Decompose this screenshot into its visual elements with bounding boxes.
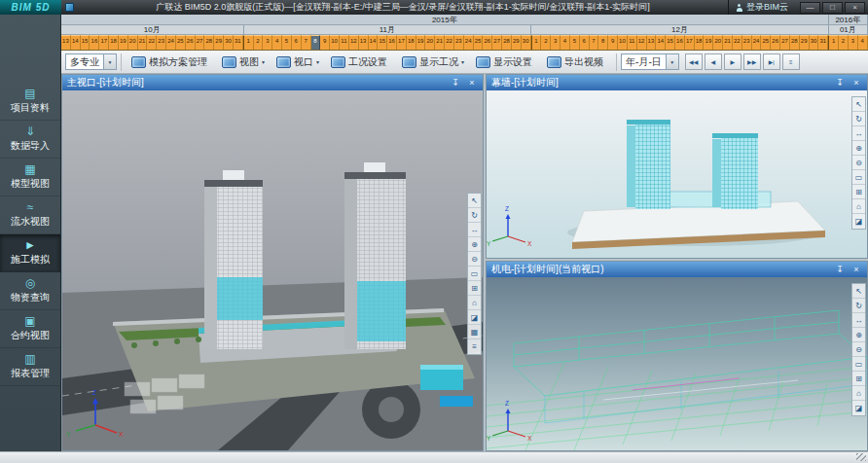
export-video-button[interactable]: 导出视频 <box>541 52 612 72</box>
timeline-day-cell[interactable]: 17 <box>685 35 695 50</box>
timeline-day-cell[interactable]: 31 <box>818 35 828 50</box>
timeline-day-cell[interactable]: 24 <box>464 35 474 50</box>
timeline-day-cell[interactable]: 14 <box>369 35 379 50</box>
simulation-plan-manage-button[interactable]: 模拟方案管理 <box>126 52 216 72</box>
timeline-day-cell[interactable]: 26 <box>483 35 492 50</box>
timeline-day-cell[interactable]: 8 <box>311 35 321 50</box>
timeline-day-cell[interactable]: 1 <box>828 35 839 50</box>
timeline-day-cell[interactable]: 15 <box>666 35 675 50</box>
timeline-day-cell[interactable]: 29 <box>800 35 810 50</box>
sidebar-item-flow-view[interactable]: ≈ 流水视图 <box>0 196 60 234</box>
section-box-tool[interactable]: ◪ <box>852 401 865 415</box>
sidebar-item-construction-simulation[interactable]: ► 施工模拟 <box>0 234 60 272</box>
timeline-day-cell[interactable]: 4 <box>858 35 868 50</box>
timeline-day-cell[interactable]: 6 <box>580 35 590 50</box>
pin-icon[interactable]: ↧ <box>834 265 846 274</box>
timeline-day-cell[interactable]: 2 <box>839 35 849 50</box>
work-condition-settings-button[interactable]: 工况设置 <box>325 52 396 72</box>
timeline-day-cell[interactable]: 18 <box>407 35 416 50</box>
timeline-day-cell[interactable]: 25 <box>176 35 186 50</box>
timeline-day-cell[interactable]: 9 <box>608 35 618 50</box>
timeline-day-cell[interactable]: 24 <box>752 35 762 50</box>
timeline-day-cell[interactable]: 28 <box>502 35 512 50</box>
home-view-tool[interactable]: ⌂ <box>852 386 865 401</box>
timeline-day-cell[interactable]: 7 <box>590 35 599 50</box>
viewport-main-canvas[interactable]: Z X Y ↖↻↔⊕⊖▭⊞⌂◪▦≡ <box>62 90 483 450</box>
timeline-day-cell[interactable]: 26 <box>771 35 780 50</box>
timeline-day-cell[interactable]: 23 <box>454 35 464 50</box>
viewport-main-header[interactable]: 主视口-[计划时间] ↧ × <box>62 75 483 90</box>
close-icon[interactable]: × <box>850 265 862 274</box>
timeline-day-cell[interactable]: 30 <box>522 35 531 50</box>
timeline-day-cell[interactable]: 17 <box>99 35 109 50</box>
sidebar-item-project-info[interactable]: ▤ 项目资料 <box>0 83 60 121</box>
orbit-tool[interactable]: ↻ <box>852 299 865 313</box>
timeline-day-cell[interactable]: 13 <box>61 35 71 50</box>
timeline-day-cell[interactable]: 6 <box>292 35 302 50</box>
timeline-day-cell[interactable]: 16 <box>387 35 397 50</box>
zoom-window-tool[interactable]: ▭ <box>852 170 865 185</box>
timeline-day-cell[interactable]: 18 <box>109 35 119 50</box>
show-work-condition-button[interactable]: 显示工况 ▾ <box>396 52 470 72</box>
timeline-day-cell[interactable]: 19 <box>119 35 128 50</box>
close-icon[interactable]: × <box>466 78 478 88</box>
timeline-day-cell[interactable]: 20 <box>128 35 138 50</box>
play-button[interactable]: ▶ <box>724 53 741 70</box>
sidebar-item-material-query[interactable]: ◎ 物资查询 <box>0 272 60 310</box>
timeline-day-cell[interactable]: 24 <box>166 35 176 50</box>
timeline-day-cell[interactable]: 13 <box>359 35 369 50</box>
timeline-day-cell[interactable]: 8 <box>598 35 608 50</box>
timeline-day-cell[interactable]: 28 <box>204 35 214 50</box>
view-menu-button[interactable]: 视图 ▾ <box>216 52 271 72</box>
timeline-day-cell[interactable]: 17 <box>397 35 407 50</box>
timeline-day-cell[interactable]: 23 <box>742 35 752 50</box>
timeline-day-cell[interactable]: 3 <box>849 35 858 50</box>
zoom-in-tool[interactable]: ⊕ <box>468 237 481 252</box>
sidebar-item-report-manage[interactable]: ▥ 报表管理 <box>0 348 60 386</box>
specialty-select[interactable]: 多专业 ▼ <box>65 53 117 70</box>
timeline-day-cell[interactable]: 5 <box>282 35 292 50</box>
sidebar-item-data-import[interactable]: ⇓ 数据导入 <box>0 121 60 159</box>
timeline-day-cell[interactable]: 27 <box>196 35 205 50</box>
orbit-tool[interactable]: ↻ <box>468 208 481 223</box>
timeline-day-cell[interactable]: 12 <box>637 35 647 50</box>
viewport-menu-button[interactable]: 视口 ▾ <box>271 52 325 72</box>
step-back-button[interactable]: ◀ <box>705 53 722 70</box>
timeline-day-cell[interactable]: 30 <box>810 35 819 50</box>
fit-view-tool[interactable]: ⊞ <box>852 372 865 386</box>
maximize-button[interactable]: □ <box>822 2 843 14</box>
timeline-day-cell[interactable]: 19 <box>416 35 426 50</box>
playback-settings-button[interactable]: ≡ <box>782 53 800 70</box>
timeline-day-cell[interactable]: 27 <box>780 35 790 50</box>
timeline-day-cell[interactable]: 5 <box>570 35 580 50</box>
timeline-day-cell[interactable]: 1 <box>243 35 254 50</box>
timeline-day-cell[interactable]: 16 <box>675 35 685 50</box>
select-tool[interactable]: ↖ <box>852 97 865 112</box>
timeline-day-cell[interactable]: 3 <box>551 35 561 50</box>
zoom-out-tool[interactable]: ⊖ <box>852 342 865 357</box>
timeline-day-cell[interactable]: 26 <box>186 35 196 50</box>
timeline-day-cell[interactable]: 25 <box>761 35 771 50</box>
timeline-day-cell[interactable]: 9 <box>320 35 330 50</box>
pin-icon[interactable]: ↧ <box>450 78 461 88</box>
timeline-day-cell[interactable]: 16 <box>90 35 99 50</box>
home-view-tool[interactable]: ⌂ <box>468 296 481 310</box>
zoom-out-tool[interactable]: ⊖ <box>468 252 481 267</box>
pan-tool[interactable]: ↔ <box>852 126 865 141</box>
sidebar-item-model-view[interactable]: ▦ 模型视图 <box>0 159 60 196</box>
date-format-select[interactable]: 年-月-日 ▼ <box>621 53 679 70</box>
timeline-day-cell[interactable]: 28 <box>790 35 800 50</box>
minimize-button[interactable]: — <box>800 2 820 14</box>
select-tool[interactable]: ↖ <box>852 284 865 299</box>
timeline-day-cell[interactable]: 20 <box>713 35 723 50</box>
viewport-curtain-header[interactable]: 幕墙-[计划时间] ↧ × <box>487 75 867 90</box>
section-box-tool[interactable]: ◪ <box>852 214 865 229</box>
zoom-in-tool[interactable]: ⊕ <box>852 141 865 156</box>
viewport-mep-header[interactable]: 机电-[计划时间](当前视口) ↧ × <box>487 262 867 277</box>
timeline-day-cell[interactable]: 11 <box>340 35 349 50</box>
close-icon[interactable]: × <box>850 78 862 88</box>
timeline-day-cell[interactable]: 3 <box>263 35 272 50</box>
timeline-day-cell[interactable]: 12 <box>349 35 359 50</box>
timeline-day-cell[interactable]: 21 <box>435 35 445 50</box>
timeline-day-cell[interactable]: 25 <box>474 35 484 50</box>
